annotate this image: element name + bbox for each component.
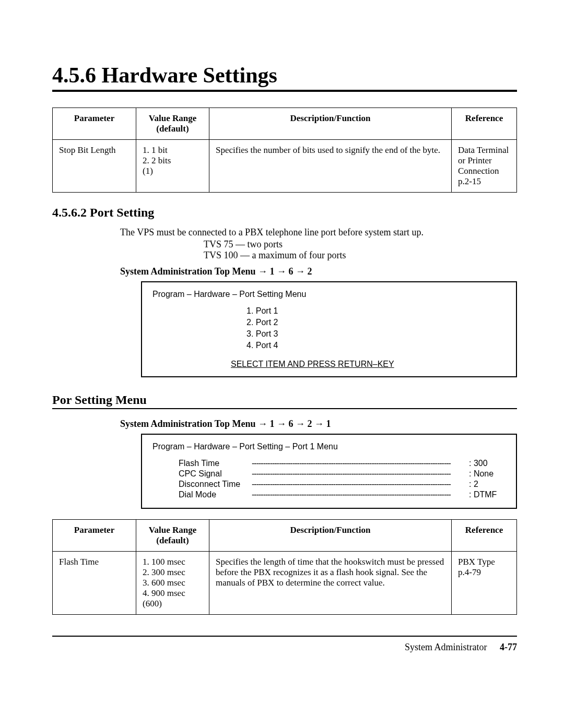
cell-value-range: 1. 100 msec 2. 300 msec 3. 600 msec 4. 9… [136,552,209,615]
table-row: Stop Bit Length 1. 1 bit 2. 2 bits (1) S… [53,140,517,193]
cell-reference: PBX Type p.4-79 [452,552,517,615]
menu-item: 1. Port 1 [246,306,506,316]
cell-value-range: 1. 1 bit 2. 2 bits (1) [136,140,209,193]
setting-label: Dial Mode [179,490,252,499]
cell-description: Specifies the number of bits used to sig… [209,140,452,193]
setting-dashes: ----------------------------------------… [252,480,466,489]
setting-label: Disconnect Time [179,480,252,489]
nav-path-1: System Administration Top Menu → 1 → 6 →… [120,266,517,277]
th-description: Description/Function [209,520,452,552]
port-setting-menu-heading: Por Setting Menu [52,393,517,409]
setting-value: : DTMF [469,490,506,499]
page-title: 4.5.6 Hardware Settings [52,63,517,92]
menu-title: Program – Hardware – Port Setting – Port… [152,442,506,451]
cell-param: Flash Time [53,552,136,615]
setting-value: : 300 [469,459,506,468]
menu-item: 2. Port 2 [246,318,506,327]
parameter-table-2: Parameter Value Range (default) Descript… [52,519,517,615]
port-setting-intro: The VPS must be connected to a PBX telep… [120,226,517,239]
setting-dashes: ----------------------------------------… [252,490,466,499]
port-setting-menu-box: Program – Hardware – Port Setting Menu 1… [141,281,517,377]
setting-row: Dial Mode ------------------------------… [179,490,506,499]
footer-text: System Administrator [405,642,487,652]
setting-label: CPC Signal [179,469,252,479]
setting-row: CPC Signal -----------------------------… [179,469,506,479]
menu-item: 3. Port 3 [246,329,506,339]
port1-menu-box: Program – Hardware – Port Setting – Port… [141,434,517,509]
setting-value: : None [469,469,506,479]
th-value-range: Value Range (default) [136,108,209,140]
th-reference: Reference [452,108,517,140]
nav-path-2: System Administration Top Menu → 1 → 6 →… [120,419,517,429]
th-param: Parameter [53,108,136,140]
menu-item: 4. Port 4 [246,341,506,350]
setting-dashes: ----------------------------------------… [252,469,466,479]
setting-value: : 2 [469,480,506,489]
tvs-75-line: TVS 75 — two ports [204,239,517,250]
th-reference: Reference [452,520,517,552]
setting-row: Flash Time -----------------------------… [179,459,506,468]
setting-label: Flash Time [179,459,252,468]
tvs-100-line: TVS 100 — a maximum of four ports [204,250,517,261]
cell-reference: Data Terminal or Printer Connection p.2-… [452,140,517,193]
footer-page-number: 4-77 [500,642,517,652]
menu-select-prompt: SELECT ITEM AND PRESS RETURN–KEY [231,360,506,369]
page-footer: System Administrator 4-77 [52,636,517,653]
th-param: Parameter [53,520,136,552]
setting-dashes: ----------------------------------------… [252,459,466,468]
menu-title: Program – Hardware – Port Setting Menu [152,290,506,299]
subsection-heading: 4.5.6.2 Port Setting [52,206,517,220]
th-value-range: Value Range (default) [136,520,209,552]
setting-row: Disconnect Time ------------------------… [179,480,506,489]
th-description: Description/Function [209,108,452,140]
cell-param: Stop Bit Length [53,140,136,193]
parameter-table-1: Parameter Value Range (default) Descript… [52,108,517,193]
cell-description: Specifies the length of time that the ho… [209,552,452,615]
table-row: Flash Time 1. 100 msec 2. 300 msec 3. 60… [53,552,517,615]
